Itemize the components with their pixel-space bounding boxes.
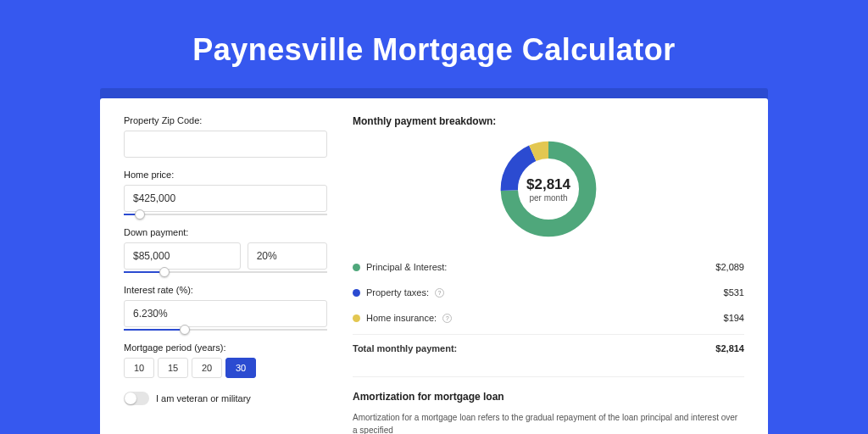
home-price-slider[interactable] xyxy=(124,214,327,215)
interest-rate-label: Interest rate (%): xyxy=(124,285,327,295)
down-payment-slider[interactable] xyxy=(124,271,327,273)
slider-knob[interactable] xyxy=(135,209,145,220)
veteran-toggle[interactable] xyxy=(124,392,149,405)
period-btn-10[interactable]: 10 xyxy=(124,358,154,378)
donut-value: $2,814 xyxy=(526,176,570,193)
field-home-price: Home price: xyxy=(124,170,327,215)
info-icon[interactable]: ? xyxy=(435,288,444,298)
panel-outer: Property Zip Code: Home price: Down paym… xyxy=(100,88,768,434)
breakdown-title: Monthly payment breakdown: xyxy=(353,115,744,127)
donut-chart-wrap: $2,814 per month xyxy=(353,137,744,241)
zip-input[interactable] xyxy=(124,131,327,158)
veteran-row: I am veteran or military xyxy=(124,392,327,405)
donut-center: $2,814 per month xyxy=(497,137,600,241)
legend-total: Total monthly payment: $2,814 xyxy=(353,334,744,361)
interest-rate-input[interactable] xyxy=(124,300,327,327)
legend-label: Home insurance: xyxy=(366,313,437,323)
field-mortgage-period: Mortgage period (years): 10 15 20 30 xyxy=(124,342,327,378)
results-column: Monthly payment breakdown: $2,814 per mo… xyxy=(353,115,744,434)
donut-chart: $2,814 per month xyxy=(497,137,600,241)
donut-sub: per month xyxy=(529,193,567,203)
down-payment-input[interactable] xyxy=(124,242,241,270)
legend-amount: $194 xyxy=(724,313,744,323)
home-price-label: Home price: xyxy=(124,170,327,180)
field-interest-rate: Interest rate (%): xyxy=(124,285,327,331)
slider-knob[interactable] xyxy=(180,325,190,335)
total-label: Total monthly payment: xyxy=(353,343,457,353)
legend-label: Principal & Interest: xyxy=(366,262,447,272)
field-zip: Property Zip Code: xyxy=(124,115,327,158)
toggle-knob xyxy=(125,392,136,404)
legend-insurance: Home insurance: ? $194 xyxy=(353,305,744,331)
dot-icon xyxy=(353,264,360,271)
mortgage-period-label: Mortgage period (years): xyxy=(124,342,327,353)
period-buttons: 10 15 20 30 xyxy=(124,358,327,378)
down-payment-pct-input[interactable] xyxy=(248,242,327,270)
legend-label: Property taxes: xyxy=(366,287,429,298)
slider-knob[interactable] xyxy=(159,267,170,277)
inputs-column: Property Zip Code: Home price: Down paym… xyxy=(124,115,327,434)
calculator-panel: Property Zip Code: Home price: Down paym… xyxy=(100,98,768,434)
legend-amount: $531 xyxy=(724,287,744,298)
page-title: Paynesville Mortgage Calculator xyxy=(0,0,868,88)
info-icon[interactable]: ? xyxy=(442,314,452,323)
amortization-section: Amortization for mortgage loan Amortizat… xyxy=(353,376,744,434)
legend-taxes: Property taxes: ? $531 xyxy=(353,280,744,305)
dot-icon xyxy=(353,289,360,297)
dot-icon xyxy=(353,314,360,322)
amortization-text: Amortization for a mortgage loan refers … xyxy=(353,411,744,434)
zip-label: Property Zip Code: xyxy=(124,115,327,125)
period-btn-20[interactable]: 20 xyxy=(192,358,222,378)
period-btn-15[interactable]: 15 xyxy=(158,358,188,378)
period-btn-30[interactable]: 30 xyxy=(225,358,256,378)
total-amount: $2,814 xyxy=(715,343,744,353)
down-payment-label: Down payment: xyxy=(124,227,327,237)
field-down-payment: Down payment: xyxy=(124,227,327,273)
legend-principal: Principal & Interest: $2,089 xyxy=(353,254,744,280)
legend-amount: $2,089 xyxy=(715,262,744,272)
home-price-input[interactable] xyxy=(124,185,327,212)
amortization-title: Amortization for mortgage loan xyxy=(353,391,744,403)
interest-rate-slider[interactable] xyxy=(124,329,327,331)
veteran-label: I am veteran or military xyxy=(156,393,251,403)
